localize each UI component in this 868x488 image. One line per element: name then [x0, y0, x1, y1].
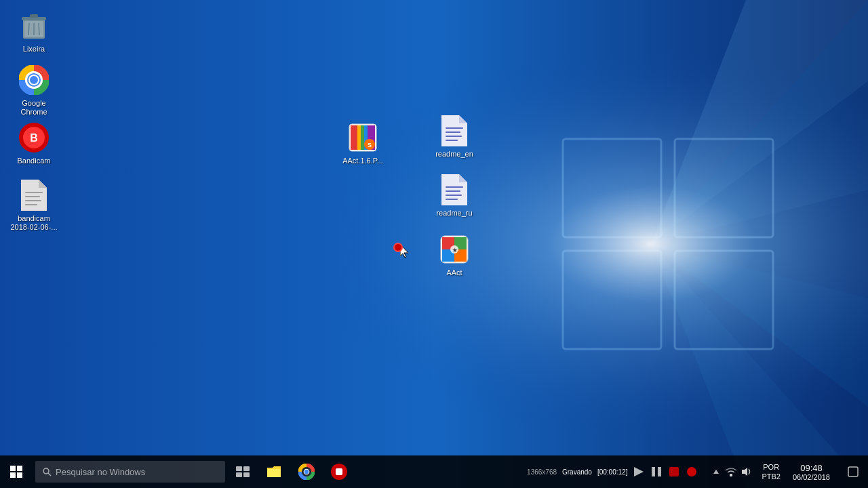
clock-date: 06/02/2018 [793, 473, 830, 481]
clock[interactable]: 09:48 06/02/2018 [785, 455, 838, 488]
svg-rect-71 [267, 469, 281, 477]
svg-rect-78 [652, 467, 655, 476]
svg-rect-79 [658, 467, 661, 476]
svg-rect-64 [17, 472, 22, 478]
recording-info: 1366x768 Gravando [00:00:12] [520, 467, 705, 476]
svg-text:★: ★ [452, 247, 458, 253]
svg-marker-28 [39, 180, 47, 188]
task-view-button[interactable] [228, 455, 258, 488]
svg-rect-61 [10, 466, 16, 471]
svg-marker-84 [742, 468, 747, 476]
language-variant: PTB2 [762, 472, 781, 481]
bandicam-file-img [18, 179, 50, 211]
readme-ru-img [438, 174, 471, 206]
aact-main-img: ★ [438, 233, 471, 266]
svg-rect-62 [17, 466, 22, 471]
bandicam-file-label: bandicam 2018-02-06-... [9, 214, 58, 232]
svg-text:B: B [30, 132, 38, 144]
tray-icons [705, 455, 757, 488]
svg-marker-77 [634, 467, 644, 476]
svg-line-17 [28, 23, 29, 35]
tray-show-hidden[interactable] [710, 466, 722, 478]
svg-text:S: S [368, 142, 372, 148]
svg-rect-45 [446, 136, 462, 137]
svg-rect-49 [446, 186, 463, 188]
svg-rect-69 [236, 472, 242, 477]
svg-point-81 [687, 467, 696, 476]
readme-ru-label: readme_ru [436, 209, 472, 218]
svg-rect-70 [243, 472, 250, 477]
aact-main-label: AAct [446, 268, 462, 277]
svg-rect-16 [30, 14, 38, 18]
svg-marker-48 [459, 174, 467, 182]
language-indicator[interactable]: POR PTB2 [757, 462, 785, 482]
svg-rect-32 [25, 204, 37, 205]
system-tray: 1366x768 Gravando [00:00:12] [520, 455, 868, 488]
readme-en-icon[interactable]: readme_en [427, 112, 481, 161]
language-code: POR [763, 462, 779, 472]
svg-rect-31 [25, 200, 41, 201]
svg-rect-30 [25, 196, 40, 197]
taskbar-record-stop[interactable] [323, 455, 355, 488]
tray-volume[interactable] [740, 466, 752, 478]
svg-line-66 [48, 473, 51, 476]
recording-dot [393, 243, 403, 252]
svg-rect-43 [446, 127, 463, 129]
svg-rect-50 [446, 190, 460, 192]
taskbar-chrome[interactable] [290, 455, 323, 488]
svg-rect-46 [446, 140, 458, 141]
readme-en-label: readme_en [435, 150, 473, 159]
svg-point-65 [43, 468, 49, 474]
readme-en-img [438, 115, 471, 147]
recycle-bin-img [18, 9, 50, 42]
svg-rect-68 [243, 466, 250, 471]
svg-rect-80 [669, 467, 679, 476]
chrome-img [18, 64, 50, 96]
recycle-bin-icon[interactable]: Lixeira [7, 7, 61, 56]
tray-network[interactable] [725, 466, 737, 478]
search-placeholder: Pesquisar no Windows [56, 467, 145, 477]
svg-rect-63 [10, 472, 16, 478]
svg-line-19 [39, 23, 39, 35]
recording-duration: [00:00:12] [597, 468, 627, 476]
bandicam-label: Bandicam [18, 157, 51, 165]
clock-time: 09:48 [800, 463, 823, 473]
svg-rect-83 [730, 474, 732, 476]
resolution-display: 1366x768 [527, 468, 557, 476]
svg-rect-52 [446, 199, 458, 200]
desktop: Lixeira Google Chrome [0, 0, 868, 488]
svg-rect-44 [446, 131, 460, 133]
start-button[interactable] [0, 455, 33, 488]
readme-ru-icon[interactable]: readme_ru [427, 171, 481, 220]
google-chrome-icon[interactable]: Google Chrome [7, 61, 61, 119]
notification-center-button[interactable] [838, 455, 868, 488]
svg-point-74 [304, 470, 309, 474]
svg-rect-36 [361, 125, 364, 150]
taskbar-file-explorer[interactable] [258, 455, 290, 488]
chrome-label: Google Chrome [9, 99, 58, 117]
aact-installer-img: S [347, 121, 379, 154]
svg-rect-76 [336, 468, 342, 475]
aact-main-icon[interactable]: ★ AAct [427, 230, 481, 280]
svg-point-23 [30, 76, 38, 84]
aact-installer-icon[interactable]: S AAct.1.6.P... [336, 119, 390, 168]
taskbar: Pesquisar no Windows [0, 455, 868, 488]
svg-rect-85 [848, 467, 858, 476]
search-box[interactable]: Pesquisar no Windows [35, 461, 225, 483]
svg-rect-67 [236, 466, 242, 471]
recycle-bin-label: Lixeira [23, 45, 45, 54]
svg-rect-35 [357, 125, 361, 150]
bandicam-img: B [18, 121, 50, 154]
aact-installer-label: AAct.1.6.P... [342, 157, 383, 165]
svg-rect-51 [446, 195, 462, 196]
svg-rect-34 [351, 125, 357, 150]
bandicam-shortcut-icon[interactable]: B Bandicam [7, 119, 61, 168]
svg-marker-82 [713, 470, 719, 474]
svg-rect-29 [25, 192, 43, 193]
svg-marker-42 [459, 115, 467, 123]
bandicam-file-icon[interactable]: bandicam 2018-02-06-... [7, 176, 61, 235]
desktop-icons: Lixeira Google Chrome [0, 0, 868, 455]
recording-label: Gravando [562, 468, 592, 476]
